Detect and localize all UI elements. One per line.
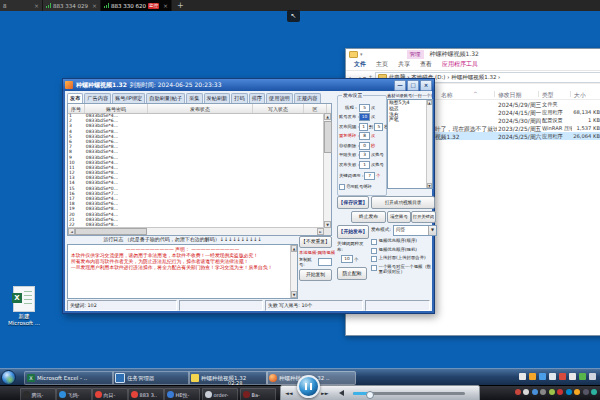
ribbon-tab-应用程序工具[interactable]: 应用程序工具 bbox=[437, 60, 483, 69]
setting-input2[interactable]: 5 bbox=[374, 123, 383, 131]
wordlist-scrollbar[interactable]: ▲ ▼ bbox=[426, 100, 432, 188]
host-taskbar-item[interactable]: Ba- bbox=[240, 388, 276, 400]
main-titlebar[interactable]: 种螺种螺视频1.32 到期时间: 2024-06-25 20:23:33 — □… bbox=[63, 79, 434, 91]
main-tab-发帖刷新[interactable]: 发帖刷新 bbox=[204, 93, 231, 103]
ribbon-tab-主页[interactable]: 主页 bbox=[371, 60, 393, 69]
tray-icon[interactable] bbox=[515, 389, 521, 395]
scroll-up-icon[interactable]: ▲ bbox=[427, 100, 432, 105]
tab-close-icon[interactable]: × bbox=[34, 2, 39, 9]
setting-input[interactable]: 1 bbox=[359, 161, 370, 169]
norepeat-button[interactable]: 【不发重复】 bbox=[299, 236, 332, 248]
remote-session-tab[interactable]: 8× bbox=[0, 0, 43, 11]
media-next-button[interactable]: ►► bbox=[321, 390, 329, 396]
column-header-date[interactable]: 修改日期 bbox=[498, 91, 521, 100]
tray-icon[interactable] bbox=[566, 389, 572, 395]
h-scroll-thumb[interactable] bbox=[75, 228, 147, 235]
remote-session-tab[interactable]: 883 330 620监控× bbox=[101, 0, 172, 11]
tab-close-icon[interactable]: × bbox=[92, 2, 97, 9]
manage-contextual-tab[interactable]: 管理 bbox=[407, 50, 424, 59]
ribbon-tab-共享[interactable]: 共享 bbox=[393, 60, 415, 69]
setting-input[interactable]: 1 bbox=[359, 123, 368, 131]
minimize-button[interactable]: — bbox=[394, 80, 406, 91]
scroll-left-icon[interactable]: ◄ bbox=[68, 228, 75, 235]
main-tab-正规内容[interactable]: 正规内容 bbox=[294, 93, 321, 103]
option-checkbox[interactable] bbox=[371, 239, 377, 245]
setting-input[interactable]: 7 bbox=[364, 172, 375, 180]
open-keywords-button[interactable]: 打开关键词 bbox=[411, 211, 436, 223]
ribbon-tab-查看[interactable]: 查看 bbox=[415, 60, 437, 69]
explorer-titlebar[interactable]: ▾ 管理 种螺种螺视频1.32 bbox=[346, 49, 600, 59]
scroll-down-icon[interactable]: ▼ bbox=[324, 221, 331, 228]
chevron-down-icon[interactable]: ▾ bbox=[360, 51, 363, 57]
start-copy-button[interactable]: 开始复制 bbox=[299, 269, 332, 281]
option-checkbox[interactable] bbox=[371, 256, 377, 262]
column-header-type[interactable]: 类型 bbox=[542, 91, 554, 100]
host-taskbar-item[interactable]: order- bbox=[202, 388, 238, 400]
main-tab-发布[interactable]: 发布 bbox=[67, 93, 83, 103]
tray-icon[interactable] bbox=[549, 389, 555, 395]
slider-thumb[interactable] bbox=[366, 391, 374, 399]
main-tab-账号/IP绑定[interactable]: 账号/IP绑定 bbox=[112, 93, 145, 103]
log-v-scrollbar[interactable]: ▲ ▼ bbox=[290, 245, 297, 298]
remote-session-tab[interactable]: 883 334 029× bbox=[43, 0, 101, 11]
host-taskbar-item[interactable]: 883 3.. bbox=[128, 388, 164, 400]
remote-pointer-button[interactable]: ↖ bbox=[287, 10, 300, 22]
copy-account-input[interactable] bbox=[318, 258, 332, 266]
host-taskbar-item[interactable]: 向日- bbox=[92, 388, 128, 400]
column-header-size[interactable]: 大小 bbox=[574, 91, 586, 100]
tray-icon[interactable] bbox=[523, 389, 529, 395]
loop-checkbox[interactable] bbox=[339, 184, 345, 190]
main-tab-使用说明[interactable]: 使用说明 bbox=[266, 93, 293, 103]
host-taskbar-item[interactable]: HE悦- bbox=[164, 388, 200, 400]
new-tab-button[interactable]: + bbox=[172, 0, 189, 11]
tray-icon[interactable] bbox=[579, 373, 586, 380]
media-prev-button[interactable]: ◄◄ bbox=[285, 390, 293, 396]
table-header-cell[interactable]: 发布状态 bbox=[148, 104, 253, 113]
main-tab-广告内容[interactable]: 广告内容 bbox=[84, 93, 111, 103]
taskbar-item[interactable]: 任务管理器 bbox=[112, 371, 190, 385]
tray-icon[interactable] bbox=[549, 373, 556, 380]
scroll-up-icon[interactable]: ▲ bbox=[324, 113, 331, 120]
scroll-right-icon[interactable]: ► bbox=[317, 228, 324, 235]
desktop-icon-excel[interactable]: X 新建 Microsoft ... bbox=[6, 286, 42, 326]
taskbar-item[interactable]: XMicrosoft Excel - .. bbox=[24, 371, 114, 385]
quick-access-toolbar[interactable]: ▾ bbox=[349, 51, 363, 58]
publish-mode-select[interactable]: 问答 ▼ bbox=[393, 225, 437, 236]
ribbon-tab-文件[interactable]: 文件 bbox=[349, 60, 371, 69]
tray-icon[interactable] bbox=[591, 389, 597, 395]
chevron-down-icon[interactable]: ▼ bbox=[428, 226, 436, 235]
loop-checkbox-row[interactable]: 启用账号循环 bbox=[339, 183, 385, 190]
v-scrollbar[interactable]: ▲ ▼ bbox=[323, 113, 331, 228]
tray-icon[interactable] bbox=[574, 389, 580, 395]
h-scrollbar[interactable]: ◄ ► bbox=[68, 227, 324, 235]
tray-icon[interactable] bbox=[583, 389, 589, 395]
table-header-cell[interactable]: 写入状态 bbox=[253, 104, 304, 113]
maximize-button[interactable]: □ bbox=[407, 80, 419, 91]
stop-publish-button[interactable]: 终止发布 bbox=[351, 211, 386, 223]
scroll-up-icon[interactable]: ▲ bbox=[291, 245, 297, 252]
option-checkbox-row[interactable]: 视频优先顺序(顺序) bbox=[371, 238, 434, 245]
table-header-cell[interactable]: 区 bbox=[304, 104, 327, 113]
option-checkbox[interactable] bbox=[371, 248, 377, 254]
scroll-down-icon[interactable]: ▼ bbox=[427, 183, 432, 188]
host-taskbar-item[interactable]: 飞鸽- bbox=[56, 388, 92, 400]
column-header-name[interactable]: 名称 bbox=[441, 91, 453, 100]
wordlist-box[interactable]: 顺整5为4稳迟洗右声笔 ▲ ▼ bbox=[387, 99, 433, 189]
host-taskbar-item[interactable]: 腾讯- bbox=[20, 388, 56, 400]
setting-input[interactable]: 10 bbox=[359, 113, 370, 121]
open-video-dir-button[interactable]: 打开成功视频目录 bbox=[371, 196, 435, 209]
setting-input[interactable]: 8 bbox=[359, 132, 370, 140]
option-checkbox-row[interactable]: 上传封面(上传封面合并) bbox=[371, 255, 434, 262]
main-tab-排序[interactable]: 排序 bbox=[249, 93, 265, 103]
tray-icon[interactable] bbox=[559, 373, 566, 380]
save-settings-button[interactable]: 【保存设置】 bbox=[337, 196, 369, 209]
run-log-box[interactable]: —————————— 声明： ——————————本软件仅供学习交流使用，请勿用… bbox=[67, 244, 298, 299]
main-tab-采集[interactable]: 采集 bbox=[186, 93, 202, 103]
quota-button[interactable]: 防止配额 bbox=[337, 267, 367, 280]
close-button[interactable]: × bbox=[420, 80, 432, 91]
main-tab-打码[interactable]: 打码 bbox=[231, 93, 247, 103]
setting-input[interactable]: 5 bbox=[359, 104, 370, 112]
tray-icon[interactable] bbox=[529, 373, 536, 380]
start-orb[interactable] bbox=[1, 370, 16, 385]
setting-input[interactable]: 0 bbox=[359, 142, 370, 150]
